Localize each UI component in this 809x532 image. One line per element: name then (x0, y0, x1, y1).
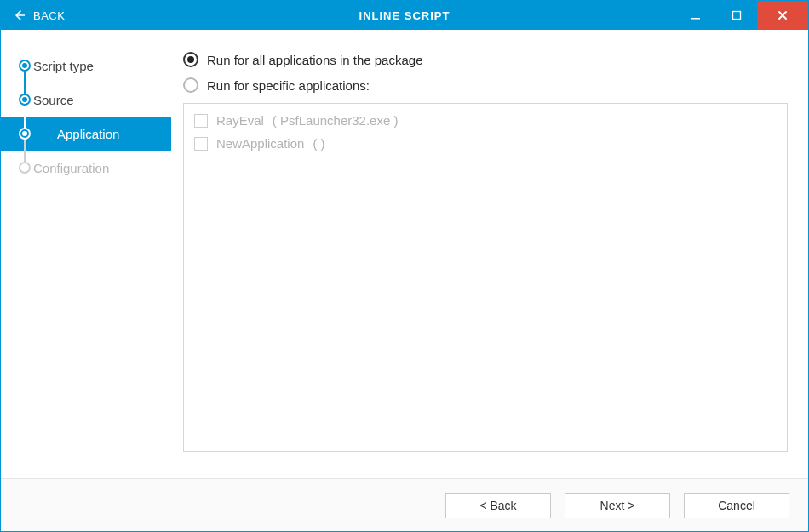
svg-rect-0 (691, 18, 700, 20)
window-title: INLINE SCRIPT (359, 9, 450, 22)
radio-label: Run for specific applications: (207, 78, 370, 93)
application-name: RayEval (216, 113, 264, 128)
minimize-button[interactable] (675, 1, 716, 30)
application-name: NewApplication (216, 136, 304, 151)
radio-run-all[interactable]: Run for all applications in the package (183, 47, 788, 72)
step-label: Script type (25, 59, 94, 73)
window: BACK INLINE SCRIPT Script type (0, 0, 809, 532)
step-bullet-icon (19, 162, 31, 174)
radio-icon (183, 77, 198, 93)
application-detail: ( ) (313, 136, 324, 151)
step-configuration[interactable]: Configuration (25, 151, 171, 185)
back-wizard-button[interactable]: < Back (445, 493, 551, 518)
close-button[interactable] (757, 1, 808, 30)
wizard-steps: Script type Source Application Configura… (1, 49, 171, 185)
radio-run-specific[interactable]: Run for specific applications: (183, 72, 788, 98)
step-script-type[interactable]: Script type (25, 49, 171, 83)
application-detail: ( PsfLauncher32.exe ) (273, 113, 399, 128)
back-label: BACK (33, 9, 65, 22)
titlebar: BACK INLINE SCRIPT (1, 1, 808, 30)
back-button[interactable]: BACK (1, 1, 65, 30)
window-controls (675, 1, 808, 30)
back-arrow-icon (13, 9, 25, 21)
application-list: RayEval ( PsfLauncher32.exe ) NewApplica… (183, 103, 788, 452)
radio-label: Run for all applications in the package (207, 53, 423, 67)
step-application[interactable]: Application (1, 117, 171, 151)
step-bullet-icon (19, 128, 31, 140)
next-wizard-button[interactable]: Next > (565, 493, 670, 518)
application-item[interactable]: NewApplication ( ) (191, 132, 780, 155)
svg-rect-1 (733, 12, 741, 20)
step-bullet-icon (19, 60, 31, 72)
cancel-button[interactable]: Cancel (684, 493, 789, 518)
checkbox-icon[interactable] (194, 137, 208, 151)
step-source[interactable]: Source (25, 83, 171, 117)
step-label: Configuration (25, 161, 109, 175)
wizard-sidebar: Script type Source Application Configura… (1, 30, 171, 478)
maximize-button[interactable] (716, 1, 757, 30)
body: Script type Source Application Configura… (1, 30, 808, 478)
main-panel: Run for all applications in the package … (171, 30, 808, 478)
step-label: Application (25, 127, 119, 141)
application-item[interactable]: RayEval ( PsfLauncher32.exe ) (191, 109, 780, 132)
footer: < Back Next > Cancel (1, 478, 808, 531)
step-label: Source (25, 93, 74, 107)
step-bullet-icon (19, 94, 31, 106)
checkbox-icon[interactable] (194, 114, 208, 128)
radio-icon (183, 52, 198, 67)
